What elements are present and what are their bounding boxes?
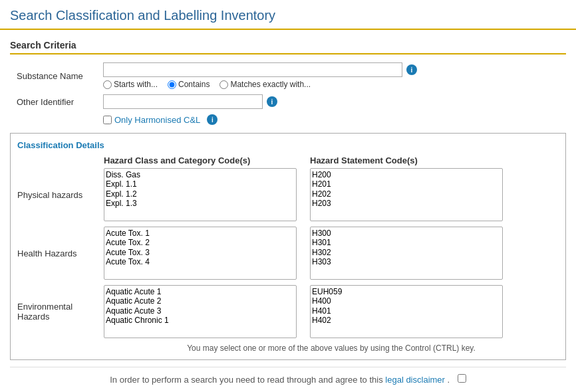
disclaimer-text-before: In order to perform a search you need to… [110,375,385,385]
hazard-column-headers: Hazard Class and Category Code(s) Hazard… [104,155,559,165]
health-hazards-label: Health Hazards [17,248,104,258]
legal-disclaimer-link[interactable]: legal disclaimer [385,375,445,385]
health-hazards-selects: Acute Tox. 1 Acute Tox. 2 Acute Tox. 3 A… [104,227,503,280]
classification-details-box: Classification Details Hazard Class and … [10,133,566,360]
hazard-class-header: Hazard Class and Category Code(s) [104,155,310,165]
other-identifier-label: Other Identifier [17,97,103,107]
hazard-statement-header: Hazard Statement Code(s) [310,155,418,165]
harmonised-checkbox[interactable] [103,116,112,124]
environmental-hazards-label: Environmental Hazards [17,302,104,322]
health-hazards-class-select[interactable]: Acute Tox. 1 Acute Tox. 2 Acute Tox. 3 A… [104,227,297,280]
disclaimer-checkbox[interactable] [458,374,466,383]
physical-hazards-label: Physical hazards [17,190,104,200]
substance-name-label: Substance Name [17,71,103,81]
page-title: Search Classification and Labelling Inve… [0,0,576,30]
substance-name-radio-group: Starts with... Contains Matches exactly … [103,80,417,89]
physical-hazards-class-select[interactable]: Diss. Gas Expl. 1.1 Expl. 1.2 Expl. 1.3 [104,168,297,221]
substance-name-row: Substance Name i Starts with... Contains… [10,62,566,89]
physical-hazards-selects: Diss. Gas Expl. 1.1 Expl. 1.2 Expl. 1.3 … [104,168,503,221]
radio-matches-exactly[interactable]: Matches exactly with... [219,80,311,89]
radio-starts-with[interactable]: Starts with... [103,80,158,89]
other-identifier-input[interactable] [103,94,263,109]
search-criteria-header: Search Criteria [10,40,566,54]
select-note: You may select one or more of the above … [17,343,559,353]
harmonised-text: Only Harmonised C&L [114,115,200,125]
environmental-hazards-selects: Aquatic Acute 1 Aquatic Acute 2 Aquatic … [104,285,503,338]
substance-name-info-icon[interactable]: i [406,64,417,75]
disclaimer-text-after: . [448,375,450,385]
environmental-hazards-class-select[interactable]: Aquatic Acute 1 Aquatic Acute 2 Aquatic … [104,285,297,338]
radio-contains[interactable]: Contains [168,80,210,89]
substance-name-input[interactable] [103,62,402,77]
disclaimer-row: In order to perform a search you need to… [10,367,566,390]
harmonised-label[interactable]: Only Harmonised C&L i [103,114,217,125]
environmental-hazards-statement-select[interactable]: EUH059 H400 H401 H402 [310,285,503,338]
classification-details-title: Classification Details [17,140,559,150]
harmonised-row: Only Harmonised C&L i [10,114,566,125]
health-hazards-statement-select[interactable]: H300 H301 H302 H303 [310,227,503,280]
physical-hazards-row: Physical hazards Diss. Gas Expl. 1.1 Exp… [17,168,559,221]
other-identifier-row: Other Identifier i [10,94,566,109]
other-identifier-info-icon[interactable]: i [267,96,277,107]
harmonised-info-icon[interactable]: i [207,114,217,125]
physical-hazards-statement-select[interactable]: H200 H201 H202 H203 [310,168,503,221]
environmental-hazards-row: Environmental Hazards Aquatic Acute 1 Aq… [17,285,559,338]
health-hazards-row: Health Hazards Acute Tox. 1 Acute Tox. 2… [17,227,559,280]
